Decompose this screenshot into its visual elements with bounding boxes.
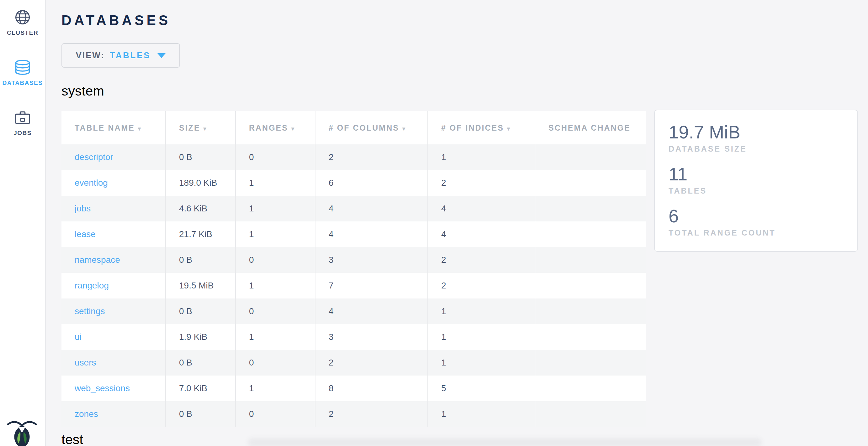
table-name-link[interactable]: eventlog [74,178,108,187]
table-cell-columns: 2 [315,401,428,427]
table-cell-size: 1.9 KiB [165,324,236,350]
tables-table: TABLE NAME▾ SIZE▾ RANGES▾ # OF COLUMNS▾ … [61,111,646,427]
table-cell-ranges: 0 [236,401,315,427]
view-selector-value: TABLES [110,51,151,61]
main-content: DATABASES VIEW: TABLES system TABLE NAME… [46,0,868,446]
column-header-size[interactable]: SIZE▾ [165,111,236,144]
database-icon [14,60,31,76]
table-cell-size: 189.0 KiB [165,170,236,196]
table-cell-indices: 5 [428,376,535,401]
table-cell-columns: 3 [315,324,428,350]
table-name-cell: users [61,350,165,376]
database-summary-panel: 19.7 MiB DATABASE SIZE 11 TABLES 6 TOTAL… [654,110,858,252]
table-name-link[interactable]: lease [74,229,96,239]
view-selector-dropdown[interactable]: VIEW: TABLES [61,43,180,68]
sort-caret-icon: ▾ [138,126,142,132]
table-name-cell: namespace [61,247,165,273]
table-row: eventlog189.0 KiB162 [61,170,646,196]
table-row: namespace0 B032 [61,247,646,273]
view-selector-label: VIEW: [76,51,105,61]
table-cell-ranges: 1 [236,324,315,350]
stat-value: 19.7 MiB [669,123,843,142]
sidebar-item-label: JOBS [13,130,32,137]
table-cell-schema_change [535,196,646,221]
table-cell-schema_change [535,170,646,196]
sidebar-item-label: DATABASES [2,79,43,87]
table-cell-schema_change [535,350,646,376]
table-cell-size: 7.0 KiB [165,376,236,401]
table-cell-indices: 1 [428,324,535,350]
table-cell-size: 21.7 KiB [165,221,236,247]
table-cell-schema_change [535,273,646,299]
table-name-link[interactable]: rangelog [74,281,109,290]
table-cell-size: 4.6 KiB [165,196,236,221]
table-name-cell: lease [61,221,165,247]
table-cell-columns: 2 [315,350,428,376]
stat-label: DATABASE SIZE [669,144,843,153]
table-cell-schema_change [535,247,646,273]
table-name-cell: eventlog [61,170,165,196]
table-row: rangelog19.5 MiB172 [61,273,646,299]
table-cell-schema_change [535,299,646,324]
table-cell-indices: 1 [428,144,535,170]
table-cell-ranges: 0 [236,247,315,273]
table-cell-columns: 3 [315,247,428,273]
stat-total-range-count: 6 TOTAL RANGE COUNT [669,207,843,237]
stat-value: 6 [669,207,843,226]
sidebar-item-databases[interactable]: DATABASES [0,60,45,87]
table-cell-columns: 4 [315,196,428,221]
table-name-link[interactable]: zones [74,409,98,419]
column-header-table-name[interactable]: TABLE NAME▾ [61,111,165,144]
table-cell-columns: 4 [315,221,428,247]
cockroach-bug-icon [5,413,39,446]
table-row: web_sessions7.0 KiB185 [61,376,646,401]
column-header-indices[interactable]: # OF INDICES▾ [428,111,535,144]
table-header-row: TABLE NAME▾ SIZE▾ RANGES▾ # OF COLUMNS▾ … [61,111,646,144]
table-cell-size: 0 B [165,144,236,170]
table-row: zones0 B021 [61,401,646,427]
table-cell-indices: 1 [428,401,535,427]
sidebar-item-jobs[interactable]: JOBS [0,110,45,137]
table-cell-indices: 2 [428,273,535,299]
sidebar-item-label: CLUSTER [7,29,38,36]
table-cell-ranges: 0 [236,144,315,170]
chevron-down-icon [157,53,165,58]
globe-icon [15,9,30,26]
table-row: descriptor0 B021 [61,144,646,170]
table-cell-size: 19.5 MiB [165,273,236,299]
table-cell-ranges: 0 [236,299,315,324]
table-name-cell: ui [61,324,165,350]
table-name-cell: jobs [61,196,165,221]
table-name-link[interactable]: jobs [74,204,91,213]
table-cell-columns: 7 [315,273,428,299]
stat-label: TABLES [669,186,843,196]
column-header-ranges[interactable]: RANGES▾ [236,111,315,144]
table-cell-ranges: 1 [236,376,315,401]
table-name-link[interactable]: ui [74,332,82,342]
column-header-columns[interactable]: # OF COLUMNS▾ [315,111,428,144]
table-cell-ranges: 1 [236,221,315,247]
table-cell-indices: 4 [428,196,535,221]
table-name-link[interactable]: users [74,358,96,367]
table-cell-columns: 8 [315,376,428,401]
table-name-link[interactable]: namespace [74,255,120,265]
table-name-cell: rangelog [61,273,165,299]
table-cell-ranges: 1 [236,170,315,196]
stat-tables: 11 TABLES [669,165,843,196]
table-row: settings0 B041 [61,299,646,324]
column-header-schema-change: SCHEMA CHANGE [535,111,646,144]
table-name-link[interactable]: web_sessions [74,383,130,393]
sidebar: CLUSTER DATABASES JOBS [0,0,46,446]
table-cell-indices: 2 [428,170,535,196]
table-name-cell: web_sessions [61,376,165,401]
table-cell-columns: 2 [315,144,428,170]
table-cell-size: 0 B [165,350,236,376]
table-cell-columns: 6 [315,170,428,196]
table-row: lease21.7 KiB144 [61,221,646,247]
table-cell-columns: 4 [315,299,428,324]
table-name-link[interactable]: descriptor [74,152,113,162]
table-name-link[interactable]: settings [74,306,105,316]
sidebar-item-cluster[interactable]: CLUSTER [0,9,45,36]
table-row: users0 B021 [61,350,646,376]
briefcase-icon [15,110,30,127]
